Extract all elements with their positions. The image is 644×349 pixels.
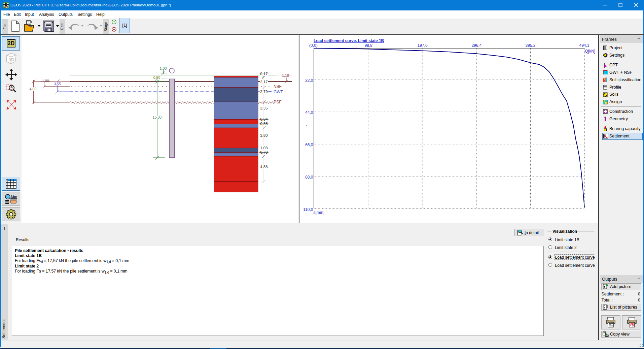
svg-text:Q[kN]: Q[kN] (585, 49, 596, 54)
svg-text:197,6: 197,6 (418, 43, 428, 48)
svg-text:PSF: PSF (274, 100, 281, 104)
svg-text:2,17: 2,17 (260, 80, 267, 84)
svg-text:4,00: 4,00 (30, 87, 37, 91)
svg-text:NSF: NSF (274, 84, 282, 89)
svg-text:1,00: 1,00 (160, 66, 167, 70)
svg-text:2,79: 2,79 (260, 90, 267, 94)
svg-text:66,0: 66,0 (305, 142, 313, 147)
svg-text:296,4: 296,4 (471, 43, 481, 48)
svg-text:110,0: 110,0 (303, 207, 313, 212)
svg-text:3,35: 3,35 (260, 106, 267, 110)
svg-text:88,0: 88,0 (305, 175, 313, 180)
svg-text:Abc: Abc (10, 195, 17, 199)
svg-text:(0,0): (0,0) (309, 43, 318, 48)
svg-text:2,00: 2,00 (54, 81, 61, 85)
svg-text:44,0: 44,0 (305, 110, 313, 115)
svg-text:Load settlement curve, Limit s: Load settlement curve, Limit state 1B (314, 38, 384, 43)
svg-text:GWT: GWT (274, 90, 283, 94)
svg-text:s[mm]: s[mm] (314, 210, 325, 215)
svg-text:4,83: 4,83 (260, 165, 267, 169)
svg-text:3D: 3D (9, 57, 14, 62)
svg-text:0,50: 0,50 (153, 75, 160, 80)
svg-text:3,80: 3,80 (260, 133, 267, 137)
svg-text:395,2: 395,2 (525, 43, 535, 48)
svg-text:1,10: 1,10 (282, 73, 289, 77)
svg-text:494,1: 494,1 (579, 43, 589, 48)
svg-text:15,00: 15,00 (153, 115, 162, 119)
svg-text:CPT: CPT (4, 6, 9, 8)
svg-text:1,00: 1,00 (42, 79, 49, 83)
svg-text:98,8: 98,8 (365, 43, 373, 48)
svg-text:22,0: 22,0 (305, 78, 313, 83)
